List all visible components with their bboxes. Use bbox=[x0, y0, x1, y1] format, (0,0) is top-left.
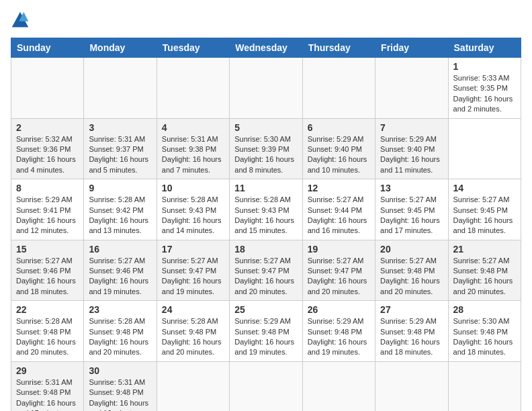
calendar-cell: 18 Sunrise: 5:27 AMSunset: 9:47 PMDaylig… bbox=[230, 240, 302, 301]
calendar-cell bbox=[230, 361, 302, 411]
calendar-cell bbox=[375, 361, 448, 411]
day-info: Sunrise: 5:30 AMSunset: 9:48 PMDaylight:… bbox=[453, 317, 513, 356]
logo bbox=[11, 11, 32, 30]
calendar-cell: 5 Sunrise: 5:30 AMSunset: 9:39 PMDayligh… bbox=[230, 118, 302, 179]
day-number: 10 bbox=[162, 183, 224, 193]
calendar-cell: 14 Sunrise: 5:27 AMSunset: 9:45 PMDaylig… bbox=[448, 179, 521, 240]
day-number: 9 bbox=[89, 183, 151, 193]
day-number: 8 bbox=[16, 183, 79, 193]
calendar-header-wednesday: Wednesday bbox=[230, 38, 302, 58]
calendar-week-row: 15 Sunrise: 5:27 AMSunset: 9:46 PMDaylig… bbox=[11, 240, 521, 301]
calendar-cell: 25 Sunrise: 5:29 AMSunset: 9:48 PMDaylig… bbox=[230, 301, 302, 362]
calendar-cell bbox=[11, 58, 84, 119]
calendar-week-row: 1 Sunrise: 5:33 AMSunset: 9:35 PMDayligh… bbox=[11, 58, 521, 119]
day-info: Sunrise: 5:31 AMSunset: 9:48 PMDaylight:… bbox=[16, 378, 76, 411]
calendar-cell: 29 Sunrise: 5:31 AMSunset: 9:48 PMDaylig… bbox=[11, 361, 84, 411]
calendar-header-sunday: Sunday bbox=[11, 38, 84, 58]
day-number: 26 bbox=[308, 304, 370, 315]
calendar-cell: 26 Sunrise: 5:29 AMSunset: 9:48 PMDaylig… bbox=[302, 301, 375, 362]
day-info: Sunrise: 5:27 AMSunset: 9:48 PMDaylight:… bbox=[380, 257, 440, 295]
calendar-cell bbox=[84, 58, 157, 119]
calendar-cell: 27 Sunrise: 5:29 AMSunset: 9:48 PMDaylig… bbox=[375, 301, 448, 362]
calendar-cell bbox=[157, 361, 229, 411]
day-info: Sunrise: 5:27 AMSunset: 9:47 PMDaylight:… bbox=[308, 257, 367, 295]
calendar-cell bbox=[302, 361, 375, 411]
calendar-cell: 11 Sunrise: 5:28 AMSunset: 9:43 PMDaylig… bbox=[230, 179, 302, 240]
day-info: Sunrise: 5:27 AMSunset: 9:45 PMDaylight:… bbox=[380, 195, 440, 234]
calendar-cell bbox=[157, 58, 229, 119]
day-info: Sunrise: 5:32 AMSunset: 9:36 PMDaylight:… bbox=[16, 135, 76, 174]
calendar-cell: 6 Sunrise: 5:29 AMSunset: 9:40 PMDayligh… bbox=[302, 118, 375, 179]
calendar-cell: 3 Sunrise: 5:31 AMSunset: 9:37 PMDayligh… bbox=[84, 118, 157, 179]
day-info: Sunrise: 5:27 AMSunset: 9:47 PMDaylight:… bbox=[162, 257, 222, 295]
day-info: Sunrise: 5:33 AMSunset: 9:35 PMDaylight:… bbox=[453, 74, 513, 113]
calendar-cell: 12 Sunrise: 5:27 AMSunset: 9:44 PMDaylig… bbox=[302, 179, 375, 240]
day-info: Sunrise: 5:28 AMSunset: 9:42 PMDaylight:… bbox=[89, 195, 148, 234]
day-number: 24 bbox=[162, 304, 224, 315]
day-number: 3 bbox=[89, 122, 151, 133]
day-number: 13 bbox=[380, 183, 443, 193]
calendar-cell: 8 Sunrise: 5:29 AMSunset: 9:41 PMDayligh… bbox=[11, 179, 84, 240]
calendar-week-row: 29 Sunrise: 5:31 AMSunset: 9:48 PMDaylig… bbox=[11, 361, 521, 411]
day-info: Sunrise: 5:27 AMSunset: 9:45 PMDaylight:… bbox=[453, 195, 513, 234]
day-number: 27 bbox=[380, 304, 443, 315]
day-info: Sunrise: 5:31 AMSunset: 9:37 PMDaylight:… bbox=[89, 135, 148, 174]
calendar-cell: 9 Sunrise: 5:28 AMSunset: 9:42 PMDayligh… bbox=[84, 179, 157, 240]
day-number: 1 bbox=[453, 61, 516, 72]
day-number: 14 bbox=[453, 183, 516, 193]
day-info: Sunrise: 5:27 AMSunset: 9:46 PMDaylight:… bbox=[89, 257, 148, 295]
calendar-cell: 16 Sunrise: 5:27 AMSunset: 9:46 PMDaylig… bbox=[84, 240, 157, 301]
calendar-body: 1 Sunrise: 5:33 AMSunset: 9:35 PMDayligh… bbox=[11, 58, 521, 412]
calendar-cell: 22 Sunrise: 5:28 AMSunset: 9:48 PMDaylig… bbox=[11, 301, 84, 362]
day-info: Sunrise: 5:27 AMSunset: 9:46 PMDaylight:… bbox=[16, 257, 76, 295]
day-info: Sunrise: 5:31 AMSunset: 9:48 PMDaylight:… bbox=[89, 378, 148, 411]
day-info: Sunrise: 5:27 AMSunset: 9:47 PMDaylight:… bbox=[234, 257, 294, 295]
day-info: Sunrise: 5:28 AMSunset: 9:48 PMDaylight:… bbox=[16, 317, 76, 356]
day-number: 15 bbox=[16, 244, 79, 255]
day-number: 30 bbox=[89, 365, 151, 376]
day-info: Sunrise: 5:30 AMSunset: 9:39 PMDaylight:… bbox=[234, 135, 294, 174]
calendar-cell: 28 Sunrise: 5:30 AMSunset: 9:48 PMDaylig… bbox=[448, 301, 521, 362]
calendar-cell: 23 Sunrise: 5:28 AMSunset: 9:48 PMDaylig… bbox=[84, 301, 157, 362]
logo-icon bbox=[11, 11, 30, 30]
day-number: 19 bbox=[308, 244, 370, 255]
calendar-cell: 17 Sunrise: 5:27 AMSunset: 9:47 PMDaylig… bbox=[157, 240, 229, 301]
calendar-cell: 1 Sunrise: 5:33 AMSunset: 9:35 PMDayligh… bbox=[448, 58, 521, 119]
calendar-header-tuesday: Tuesday bbox=[157, 38, 229, 58]
day-info: Sunrise: 5:28 AMSunset: 9:43 PMDaylight:… bbox=[162, 195, 222, 234]
day-number: 21 bbox=[453, 244, 516, 255]
day-info: Sunrise: 5:29 AMSunset: 9:41 PMDaylight:… bbox=[16, 195, 76, 234]
day-number: 29 bbox=[16, 365, 79, 376]
calendar-cell bbox=[375, 58, 448, 119]
day-info: Sunrise: 5:29 AMSunset: 9:48 PMDaylight:… bbox=[308, 317, 367, 356]
calendar-cell: 4 Sunrise: 5:31 AMSunset: 9:38 PMDayligh… bbox=[157, 118, 229, 179]
calendar-week-row: 22 Sunrise: 5:28 AMSunset: 9:48 PMDaylig… bbox=[11, 301, 521, 362]
calendar-cell: 13 Sunrise: 5:27 AMSunset: 9:45 PMDaylig… bbox=[375, 179, 448, 240]
day-info: Sunrise: 5:29 AMSunset: 9:40 PMDaylight:… bbox=[380, 135, 440, 174]
calendar-table: SundayMondayTuesdayWednesdayThursdayFrid… bbox=[11, 38, 521, 411]
day-info: Sunrise: 5:29 AMSunset: 9:40 PMDaylight:… bbox=[308, 135, 367, 174]
day-number: 7 bbox=[380, 122, 443, 133]
day-info: Sunrise: 5:27 AMSunset: 9:48 PMDaylight:… bbox=[453, 257, 513, 295]
calendar-header-monday: Monday bbox=[84, 38, 157, 58]
day-number: 18 bbox=[234, 244, 297, 255]
calendar-cell: 24 Sunrise: 5:28 AMSunset: 9:48 PMDaylig… bbox=[157, 301, 229, 362]
day-info: Sunrise: 5:28 AMSunset: 9:48 PMDaylight:… bbox=[162, 317, 222, 356]
day-number: 11 bbox=[234, 183, 297, 193]
day-info: Sunrise: 5:29 AMSunset: 9:48 PMDaylight:… bbox=[234, 317, 294, 356]
day-info: Sunrise: 5:27 AMSunset: 9:44 PMDaylight:… bbox=[308, 195, 367, 234]
day-number: 25 bbox=[234, 304, 297, 315]
calendar-cell: 20 Sunrise: 5:27 AMSunset: 9:48 PMDaylig… bbox=[375, 240, 448, 301]
day-number: 22 bbox=[16, 304, 79, 315]
calendar-week-row: 8 Sunrise: 5:29 AMSunset: 9:41 PMDayligh… bbox=[11, 179, 521, 240]
day-number: 20 bbox=[380, 244, 443, 255]
day-number: 4 bbox=[162, 122, 224, 133]
page-header bbox=[11, 11, 521, 30]
day-number: 16 bbox=[89, 244, 151, 255]
day-info: Sunrise: 5:31 AMSunset: 9:38 PMDaylight:… bbox=[162, 135, 222, 174]
calendar-cell: 7 Sunrise: 5:29 AMSunset: 9:40 PMDayligh… bbox=[375, 118, 448, 179]
calendar-week-row: 2 Sunrise: 5:32 AMSunset: 9:36 PMDayligh… bbox=[11, 118, 521, 179]
calendar-cell: 2 Sunrise: 5:32 AMSunset: 9:36 PMDayligh… bbox=[11, 118, 84, 179]
day-info: Sunrise: 5:28 AMSunset: 9:48 PMDaylight:… bbox=[89, 317, 148, 356]
calendar-cell bbox=[448, 361, 521, 411]
